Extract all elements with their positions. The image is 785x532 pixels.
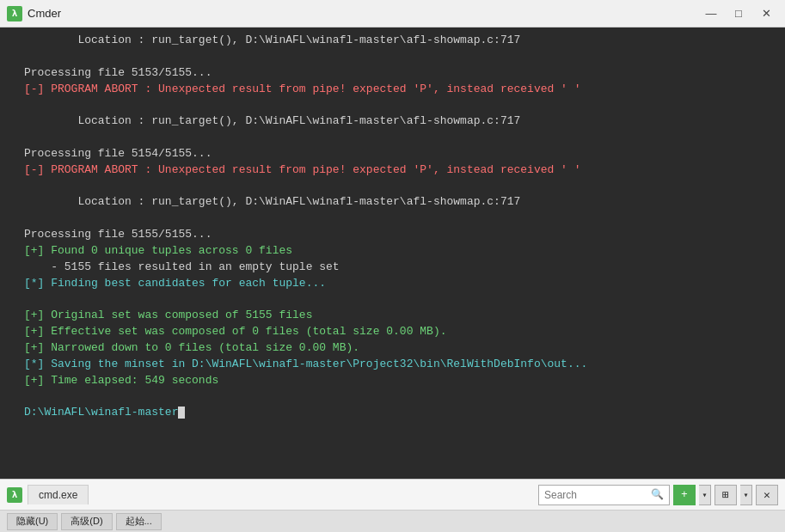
close-button[interactable]: ✕ (754, 4, 778, 23)
terminal-line: [+] Original set was composed of 5155 fi… (24, 309, 312, 321)
search-area: 🔍 + ▾ ⊞ ▾ ✕ (538, 485, 778, 505)
main-area: Location : run_target(), D:\WinAFL\winaf… (0, 28, 785, 479)
terminal-line: [*] Saving the minset in D:\WinAFL\winaf… (24, 358, 587, 370)
bottom-strip: 隐藏(U)高级(D)起始... (0, 510, 785, 532)
terminal-line: [+] Found 0 unique tuples across 0 files (24, 244, 292, 257)
grid-button[interactable]: ⊞ (714, 485, 737, 505)
bottom-strip-button[interactable]: 高级(D) (61, 513, 112, 530)
cursor (178, 407, 185, 419)
terminal-line: Processing file 5154/5155... (24, 147, 212, 160)
terminal-line: [+] Time elapsed: 549 seconds (24, 374, 218, 387)
terminal-line: [*] Finding best candidates for each tup… (24, 277, 326, 290)
terminal-line: D:\WinAFL\winafl-master (24, 406, 178, 419)
status-bar: λ cmd.exe 🔍 + ▾ ⊞ ▾ ✕ (0, 479, 785, 510)
terminal-output[interactable]: Location : run_target(), D:\WinAFL\winaf… (19, 28, 785, 479)
search-input[interactable] (544, 489, 647, 501)
add-button[interactable]: + (673, 485, 696, 505)
window-title: Cmder (28, 7, 61, 20)
terminal-line: [+] Narrowed down to 0 files (total size… (24, 341, 359, 354)
search-icon: 🔍 (651, 488, 664, 501)
search-box: 🔍 (538, 485, 670, 505)
sidebar (0, 28, 19, 479)
tab-cmdexe[interactable]: cmd.exe (28, 485, 89, 504)
status-app-icon: λ (7, 487, 22, 503)
maximize-button[interactable]: □ (727, 4, 751, 23)
title-bar: λ Cmder — □ ✕ (0, 0, 785, 28)
title-bar-left: λ Cmder (7, 6, 61, 21)
terminal-line: [+] Effective set was composed of 0 file… (24, 325, 446, 338)
terminal-line: - 5155 files resulted in an empty tuple … (24, 260, 340, 273)
add-dropdown-arrow[interactable]: ▾ (699, 485, 711, 505)
terminal-line: Location : run_target(), D:\WinAFL\winaf… (24, 195, 520, 208)
bottom-strip-button[interactable]: 起始... (116, 513, 162, 530)
terminal-line: [-] PROGRAM ABORT : Unexpected result fr… (24, 163, 581, 176)
app-icon: λ (7, 6, 22, 21)
minimize-button[interactable]: — (699, 4, 723, 23)
close-tab-button[interactable]: ✕ (756, 485, 778, 505)
terminal-line: Location : run_target(), D:\WinAFL\winaf… (24, 114, 520, 127)
terminal-line: Location : run_target(), D:\WinAFL\winaf… (24, 34, 520, 46)
terminal-line: Processing file 5155/5155... (24, 228, 212, 241)
grid-dropdown-arrow[interactable]: ▾ (740, 485, 752, 505)
bottom-strip-button[interactable]: 隐藏(U) (7, 513, 58, 530)
window-controls: — □ ✕ (699, 4, 778, 23)
terminal-line: Processing file 5153/5155... (24, 66, 212, 79)
terminal-line: [-] PROGRAM ABORT : Unexpected result fr… (24, 83, 581, 95)
